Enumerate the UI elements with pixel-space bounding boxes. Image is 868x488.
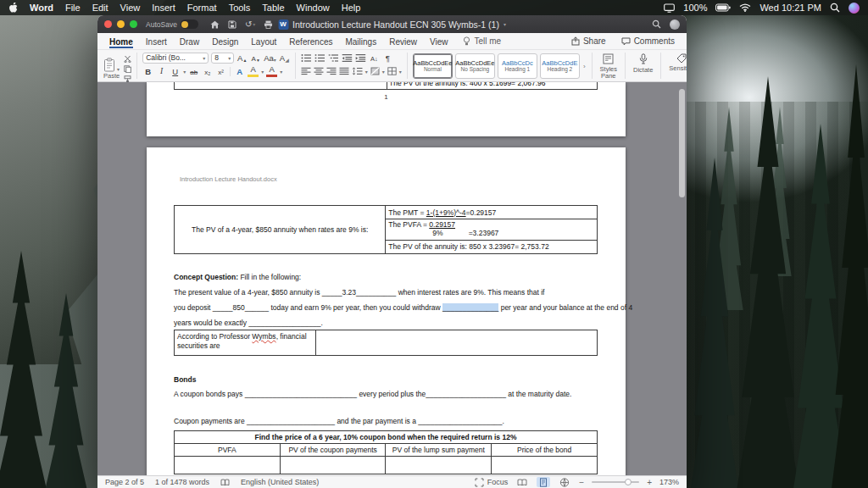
superscript-button[interactable]: x²	[215, 66, 226, 77]
display-status-icon[interactable]	[664, 3, 675, 13]
line-spacing-icon[interactable]	[352, 67, 363, 75]
sensitivity-button[interactable]: Sensitivity	[666, 52, 687, 72]
multilevel-list-icon[interactable]	[328, 53, 339, 63]
document-page-2[interactable]: Introduction Lecture Handout.docx The PV…	[147, 147, 626, 475]
print-layout-button[interactable]	[537, 477, 550, 487]
menu-window[interactable]: Window	[297, 3, 330, 13]
concept-line-3[interactable]: years would be exactly _________________…	[174, 319, 323, 327]
focus-mode-button[interactable]: Focus	[475, 478, 509, 487]
paste-button[interactable]: ▾	[103, 53, 120, 72]
proofing-book-icon[interactable]	[220, 479, 230, 486]
concept-question-heading[interactable]: Concept Question: Fill in the following:	[174, 273, 301, 281]
bond-table-col-lump-pv[interactable]: PV of the lump sum payment	[386, 444, 492, 457]
bulleted-list-icon[interactable]	[301, 53, 312, 63]
print-icon[interactable]	[264, 20, 273, 29]
style-no-spacing[interactable]: AaBbCcDdEe No Spacing	[455, 53, 495, 79]
font-name-select[interactable]: Calibri (Bo... ▾	[142, 53, 209, 64]
tab-insert[interactable]: Insert	[146, 35, 167, 48]
font-color-button[interactable]: A	[266, 66, 277, 77]
spotlight-search-icon[interactable]	[830, 3, 840, 13]
bond-table-empty-cell[interactable]	[175, 457, 281, 474]
menu-bar-clock[interactable]: Wed 10:21 PM	[760, 3, 821, 13]
securities-answer-cell[interactable]	[315, 330, 597, 356]
annuity-question-cell[interactable]: The PV of a 4-year, $850 annuity when ra…	[175, 206, 386, 254]
borders-icon[interactable]	[387, 67, 397, 75]
fill-in-blank[interactable]: ____________________	[426, 390, 506, 398]
zoom-window-button[interactable]	[130, 20, 137, 28]
menu-view[interactable]: View	[120, 3, 141, 13]
style-normal[interactable]: AaBbCcDdEe Normal	[413, 53, 453, 79]
minimize-window-button[interactable]	[117, 20, 125, 28]
styles-gallery-more-icon[interactable]: ›	[582, 63, 587, 70]
tab-home[interactable]: Home	[109, 35, 133, 48]
menu-insert[interactable]: Insert	[152, 3, 175, 13]
language-indicator[interactable]: English (United States)	[241, 478, 319, 486]
web-layout-button[interactable]	[558, 477, 571, 487]
change-case-button[interactable]: Aa▾	[264, 53, 276, 64]
wifi-icon[interactable]	[739, 3, 751, 12]
close-window-button[interactable]	[104, 20, 112, 28]
concept-line-1[interactable]: The present value of a 4-year, $850 annu…	[174, 288, 544, 297]
tab-view[interactable]: View	[430, 35, 448, 48]
menu-table[interactable]: Table	[262, 3, 284, 13]
shading-icon[interactable]	[370, 67, 380, 75]
page1-pv-text[interactable]: The PV of the annuity is: 400 x 5.1699= …	[389, 82, 546, 87]
fill-in-blank[interactable]: _____3.23__________	[322, 288, 396, 297]
tell-me-button[interactable]: Tell me	[463, 36, 501, 46]
fill-in-blank[interactable]: ____________________________	[245, 390, 357, 398]
cut-icon[interactable]	[124, 55, 131, 63]
save-icon[interactable]	[228, 20, 236, 29]
shrink-font-button[interactable]: A▼	[250, 53, 261, 64]
style-heading-2[interactable]: AaBbCcDdE Heading 2	[540, 53, 580, 79]
bond-table-empty-cell[interactable]	[492, 457, 598, 474]
document-page-1[interactable]: The PV of the annuity is: 400 x 5.1699= …	[147, 82, 626, 136]
bonds-line-2[interactable]: Coupon payments are ____________________…	[174, 417, 504, 425]
annuity-table[interactable]: The PV of a 4-year, $850 annuity when ra…	[174, 205, 598, 254]
menu-edit[interactable]: Edit	[92, 3, 108, 13]
subscript-button[interactable]: x₂	[202, 66, 213, 77]
page-indicator[interactable]: Page 2 of 5	[105, 478, 144, 486]
strikethrough-button[interactable]: ab	[188, 66, 199, 77]
vertical-scrollbar-thumb[interactable]	[679, 89, 685, 197]
style-heading-1[interactable]: AaBbCcDc Heading 1	[498, 53, 537, 79]
home-quick-icon[interactable]	[210, 20, 220, 29]
zoom-slider-knob[interactable]	[625, 479, 632, 485]
sort-button[interactable]: A↓	[369, 53, 380, 64]
tab-layout[interactable]: Layout	[251, 35, 276, 48]
zoom-slider[interactable]	[592, 481, 639, 483]
pv-result-cell[interactable]: The PV of the annuity is: 850 x 3.23967=…	[386, 240, 598, 253]
bond-table-col-price[interactable]: Price of the bond	[492, 444, 598, 457]
zoom-in-icon[interactable]: +	[647, 478, 652, 487]
app-menu-word[interactable]: Word	[30, 3, 53, 13]
underline-button[interactable]: U	[170, 66, 181, 77]
siri-icon[interactable]	[849, 3, 860, 14]
bond-table-col-coupon-pv[interactable]: PV of the coupon payments	[280, 444, 386, 457]
justify-icon[interactable]	[339, 67, 349, 75]
bond-table-empty-cell[interactable]	[280, 457, 386, 474]
zoom-percentage[interactable]: 173%	[659, 478, 679, 486]
bond-price-table[interactable]: Find the price of a 6 year, 10% coupon b…	[174, 430, 598, 474]
text-effects-button[interactable]: A	[234, 66, 245, 77]
tab-mailings[interactable]: Mailings	[345, 35, 376, 48]
titlebar-search-icon[interactable]	[652, 19, 661, 29]
document-header-text[interactable]: Introduction Lecture Handout.docx	[180, 175, 277, 183]
pmt-row-cell[interactable]: The PMT = 1-(1+9%)^-4=0.29157	[386, 206, 598, 219]
bold-button[interactable]: B	[142, 66, 153, 77]
fill-in-blank[interactable]: _____________________	[418, 417, 502, 425]
read-mode-button[interactable]	[515, 477, 529, 487]
bond-table-title[interactable]: Find the price of a 6 year, 10% coupon b…	[175, 431, 598, 444]
battery-percentage[interactable]: 100%	[683, 3, 707, 13]
menu-tools[interactable]: Tools	[229, 3, 251, 13]
battery-icon[interactable]	[715, 3, 731, 12]
fill-in-blank[interactable]: _____850______	[213, 303, 269, 312]
tab-review[interactable]: Review	[389, 35, 417, 48]
clear-formatting-button[interactable]: A◢	[279, 53, 290, 64]
word-count[interactable]: 1 of 1478 words	[155, 478, 209, 486]
numbered-list-icon[interactable]	[314, 53, 326, 63]
pvfa-row-cell[interactable]: The PVFA = 0.29157 9%=3.23967	[386, 219, 598, 241]
increase-indent-icon[interactable]	[355, 53, 366, 63]
tab-design[interactable]: Design	[212, 35, 238, 48]
menu-help[interactable]: Help	[342, 3, 361, 13]
fill-in-blank[interactable]: ______________________	[247, 417, 335, 425]
securities-table[interactable]: According to Professor Wymbs, financial …	[174, 330, 598, 356]
